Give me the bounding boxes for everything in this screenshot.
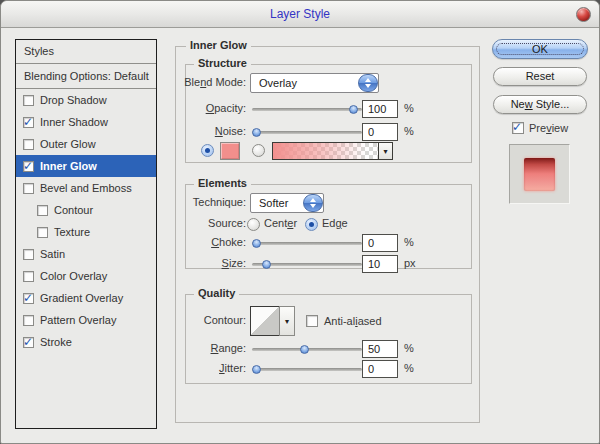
ok-button[interactable]: OK [492,39,588,59]
layer-style-dialog: Layer Style Styles Blending Options: Def… [0,0,600,444]
choke-slider-thumb[interactable] [252,239,261,248]
texture-checkbox[interactable] [37,227,48,238]
contour-dropdown-arrow-icon[interactable]: ▾ [279,306,295,336]
sidebar-item-label: Drop Shadow [40,94,107,106]
sidebar-item-blending-options[interactable]: Blending Options: Default [16,64,156,89]
noise-slider[interactable] [252,128,362,137]
inner-glow-checkbox[interactable] [23,161,34,172]
noise-label: Noise: [179,125,246,137]
anti-aliased-label[interactable]: Anti-aliased [324,315,382,327]
structure-legend: Structure [194,57,251,69]
sidebar-item-pattern-overlay[interactable]: Pattern Overlay [16,309,156,331]
reset-button[interactable]: Reset [493,67,587,86]
quality-legend: Quality [194,287,239,299]
solid-color-radio[interactable] [201,144,214,157]
technique-label: Technique: [179,196,246,208]
sidebar-item-bevel-and-emboss[interactable]: Bevel and Emboss [16,177,156,199]
sidebar-item-gradient-overlay[interactable]: Gradient Overlay [16,287,156,309]
opacity-label: Opacity: [179,102,246,114]
size-unit: px [404,257,416,269]
gradient-dropdown-arrow-icon[interactable]: ▾ [378,143,392,159]
sidebar-item-label: Contour [54,204,93,216]
technique-dropdown[interactable]: Softer [250,193,324,213]
jitter-slider-thumb[interactable] [252,365,261,374]
sidebar-item-inner-glow[interactable]: Inner Glow [16,155,156,177]
sidebar-item-label: Texture [54,226,90,238]
stepper-icon[interactable] [303,194,323,212]
style-preview-panel [509,144,570,204]
styles-list-header[interactable]: Styles [16,40,156,64]
close-button[interactable] [576,7,591,22]
sidebar-item-label: Satin [40,248,65,260]
sidebar-item-label: Inner Shadow [40,116,108,128]
outer-glow-checkbox[interactable] [23,139,34,150]
sidebar-item-texture[interactable]: Texture [16,221,156,243]
arrow-up-icon [310,198,316,202]
sidebar-item-satin[interactable]: Satin [16,243,156,265]
contour-picker[interactable] [250,306,280,336]
sidebar-item-label: Pattern Overlay [40,314,116,326]
gradient-radio[interactable] [252,144,265,157]
source-center-label[interactable]: Center [264,217,297,229]
sidebar-item-outer-glow[interactable]: Outer Glow [16,133,156,155]
choke-slider[interactable] [252,239,362,248]
blend-mode-value: Overlay [259,77,297,89]
size-slider[interactable] [252,260,362,269]
range-unit: % [404,342,414,354]
range-label: Range: [179,342,246,354]
color-overlay-checkbox[interactable] [23,271,34,282]
source-center-radio[interactable] [247,218,260,231]
jitter-input[interactable] [362,360,398,378]
range-slider[interactable] [252,345,362,354]
new-style-button[interactable]: New Style... [493,95,587,114]
choke-label: Choke: [179,236,246,248]
range-slider-thumb[interactable] [300,345,309,354]
glow-color-swatch[interactable] [220,142,240,160]
opacity-slider[interactable] [252,105,362,114]
pattern-overlay-checkbox[interactable] [23,315,34,326]
contour-label: Contour: [179,314,246,326]
gradient-picker[interactable]: ▾ [272,142,393,160]
contour-checkbox[interactable] [37,205,48,216]
inner-shadow-checkbox[interactable] [23,117,34,128]
sidebar-item-contour[interactable]: Contour [16,199,156,221]
jitter-unit: % [404,362,414,374]
style-preview-thumbnail [524,158,555,191]
preview-label[interactable]: Preview [529,122,568,134]
sidebar-item-stroke[interactable]: Stroke [16,331,156,353]
anti-aliased-checkbox[interactable] [306,315,318,327]
stepper-icon[interactable] [358,74,378,92]
size-input[interactable] [362,255,398,273]
choke-input[interactable] [362,234,398,252]
arrow-down-icon [310,204,316,208]
drop-shadow-checkbox[interactable] [23,95,34,106]
sidebar-item-label: Color Overlay [40,270,107,282]
elements-legend: Elements [194,177,251,189]
blend-mode-dropdown[interactable]: Overlay [250,73,379,93]
noise-slider-thumb[interactable] [252,128,261,137]
opacity-slider-thumb[interactable] [349,105,358,114]
technique-value: Softer [259,197,288,209]
choke-unit: % [404,236,414,248]
jitter-slider[interactable] [252,365,362,374]
satin-checkbox[interactable] [23,249,34,260]
sidebar-item-drop-shadow[interactable]: Drop Shadow [16,89,156,111]
sidebar-item-label: Stroke [40,336,72,348]
bevel-and-emboss-checkbox[interactable] [23,183,34,194]
opacity-input[interactable] [362,100,398,118]
preview-checkbox[interactable] [512,122,524,134]
arrow-up-icon [365,78,371,82]
panel-title: Inner Glow [186,39,251,51]
sidebar-item-color-overlay[interactable]: Color Overlay [16,265,156,287]
source-edge-label[interactable]: Edge [322,217,348,229]
stroke-checkbox[interactable] [23,337,34,348]
range-input[interactable] [362,340,398,358]
size-slider-thumb[interactable] [262,260,271,269]
gradient-overlay-checkbox[interactable] [23,293,34,304]
blend-mode-label: Blend Mode: [179,76,246,88]
noise-input[interactable] [362,123,398,141]
source-edge-radio[interactable] [305,218,318,231]
titlebar[interactable]: Layer Style [1,1,599,28]
sidebar-item-inner-shadow[interactable]: Inner Shadow [16,111,156,133]
sidebar-item-label: Outer Glow [40,138,96,150]
